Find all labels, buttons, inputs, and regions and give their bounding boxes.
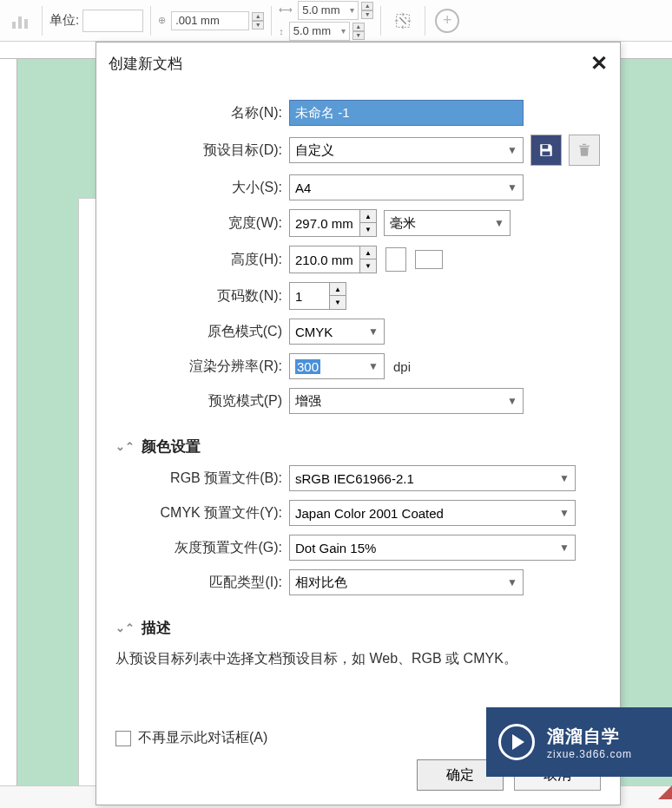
svg-rect-4 bbox=[543, 145, 549, 149]
intent-combo[interactable]: 相对比色▼ bbox=[289, 569, 524, 595]
portrait-button[interactable] bbox=[385, 247, 406, 272]
chart-icon[interactable] bbox=[5, 6, 35, 36]
unit-combo[interactable] bbox=[82, 10, 143, 32]
colormode-label: 原色模式(C) bbox=[115, 323, 289, 341]
width-input[interactable]: ▲▼ bbox=[289, 209, 377, 237]
intent-label: 匹配类型(I): bbox=[115, 574, 289, 592]
height-input[interactable]: ▲▼ bbox=[289, 246, 377, 273]
width-unit-combo[interactable]: 毫米▼ bbox=[384, 210, 511, 236]
save-preset-button[interactable] bbox=[530, 135, 562, 166]
target-icon: ⊕ bbox=[158, 15, 166, 26]
precision-group: ⊕ .001 mm ▲▼ bbox=[158, 11, 264, 30]
svg-rect-0 bbox=[12, 22, 16, 29]
rgb-label: RGB 预置文件(B): bbox=[115, 470, 289, 488]
cmyk-combo[interactable]: Japan Color 2001 Coated▼ bbox=[289, 500, 576, 526]
corner-indicator bbox=[658, 785, 672, 799]
resolution-combo[interactable]: 300▼ bbox=[289, 353, 385, 379]
rgb-combo[interactable]: sRGB IEC61966-2.1▼ bbox=[289, 465, 576, 491]
dim-x-icon: ⟷ bbox=[279, 4, 293, 16]
size-combo[interactable]: A4▼ bbox=[289, 174, 524, 200]
add-icon[interactable]: + bbox=[432, 6, 462, 36]
ruler-vertical bbox=[0, 59, 17, 808]
snap-icon[interactable] bbox=[388, 6, 418, 36]
watermark-badge: 溜溜自学 zixue.3d66.com bbox=[486, 707, 672, 777]
svg-rect-2 bbox=[24, 19, 28, 29]
precision-spinner[interactable]: ▲▼ bbox=[252, 12, 264, 30]
gray-combo[interactable]: Dot Gain 15%▼ bbox=[289, 535, 576, 561]
svg-rect-5 bbox=[543, 152, 550, 156]
color-section-header[interactable]: ⌄⌃颜色设置 bbox=[115, 437, 601, 457]
watermark-sub: zixue.3d66.com bbox=[547, 748, 632, 760]
delete-preset-button[interactable] bbox=[569, 135, 600, 166]
new-document-dialog: 创建新文档 ✕ 名称(N): 预设目标(D): 自定义▼ 大小(S): A4▼ … bbox=[96, 42, 621, 805]
name-input[interactable] bbox=[289, 100, 524, 126]
play-icon bbox=[498, 724, 535, 760]
dont-show-label: 不再显示此对话框(A) bbox=[138, 729, 267, 747]
pages-input[interactable]: ▲▼ bbox=[289, 282, 346, 310]
description-text: 从预设目标列表中选择文档预设目标，如 Web、RGB 或 CMYK。 bbox=[115, 647, 601, 670]
collapse-icon: ⌄⌃ bbox=[115, 621, 135, 634]
precision-input[interactable]: .001 mm bbox=[171, 11, 249, 30]
resolution-unit: dpi bbox=[393, 359, 411, 374]
dim-x-input[interactable]: 5.0 mm▾ bbox=[298, 1, 359, 20]
preview-label: 预览模式(P) bbox=[115, 392, 289, 411]
top-toolbar: 单位: ⊕ .001 mm ▲▼ ⟷ 5.0 mm▾ ▲▼ ↕ 5.0 mm▾ … bbox=[0, 0, 672, 42]
preset-combo[interactable]: 自定义▼ bbox=[289, 137, 524, 163]
preset-label: 预设目标(D): bbox=[115, 141, 289, 160]
collapse-icon: ⌄⌃ bbox=[115, 440, 135, 453]
unit-label: 单位: bbox=[49, 12, 79, 29]
dialog-title: 创建新文档 bbox=[109, 54, 182, 74]
dim-x-spinner[interactable]: ▲▼ bbox=[361, 2, 373, 19]
height-label: 高度(H): bbox=[115, 251, 289, 269]
cmyk-label: CMYK 预置文件(Y): bbox=[115, 504, 289, 522]
resolution-label: 渲染分辨率(R): bbox=[115, 358, 289, 376]
pages-label: 页码数(N): bbox=[115, 287, 289, 305]
width-label: 宽度(W): bbox=[115, 214, 289, 233]
desc-section-header[interactable]: ⌄⌃描述 bbox=[115, 618, 601, 638]
close-icon[interactable]: ✕ bbox=[590, 51, 608, 76]
svg-rect-1 bbox=[18, 16, 22, 29]
dont-show-checkbox[interactable] bbox=[115, 731, 131, 746]
dim-y-input[interactable]: 5.0 mm▾ bbox=[289, 22, 350, 41]
dim-y-spinner[interactable]: ▲▼ bbox=[352, 23, 365, 40]
landscape-button[interactable] bbox=[415, 250, 443, 269]
dim-y-icon: ↕ bbox=[279, 26, 284, 36]
size-label: 大小(S): bbox=[115, 179, 289, 197]
watermark-title: 溜溜自学 bbox=[547, 725, 632, 748]
gray-label: 灰度预置文件(G): bbox=[115, 539, 289, 557]
name-label: 名称(N): bbox=[115, 104, 289, 122]
preview-combo[interactable]: 增强▼ bbox=[289, 388, 524, 414]
colormode-combo[interactable]: CMYK▼ bbox=[289, 319, 385, 345]
